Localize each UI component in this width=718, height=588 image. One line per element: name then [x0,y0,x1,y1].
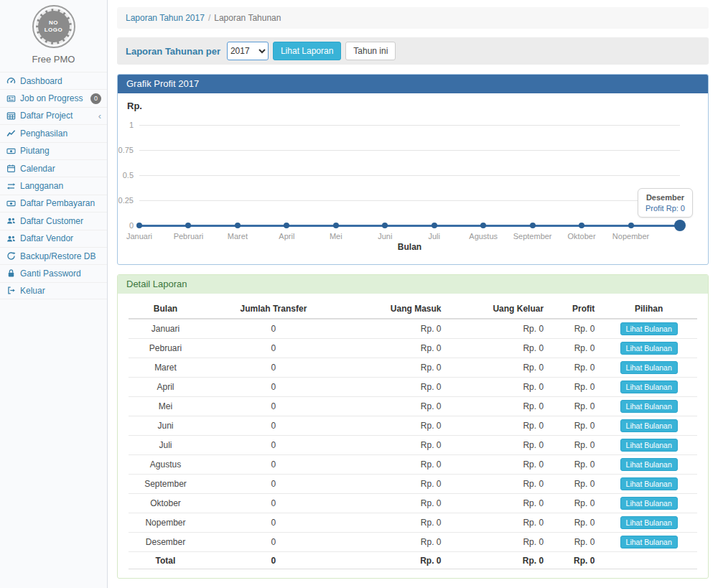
table-row: Juli0Rp. 0Rp. 0Rp. 0Lihat Bulanan [129,436,697,455]
total-transfer-cell: 0 [202,552,345,569]
money-icon [6,146,16,156]
sidebar-item-label: Daftar Customer [20,216,83,226]
table-row: Agustus0Rp. 0Rp. 0Rp. 0Lihat Bulanan [129,455,697,475]
lihat-bulanan-button[interactable]: Lihat Bulanan [620,439,678,452]
month-cell: Oktober [129,494,202,513]
data-point-maret[interactable] [235,223,241,228]
profit-cell: Rp. 0 [549,455,600,475]
lihat-bulanan-button[interactable]: Lihat Bulanan [620,516,678,529]
data-point-desember[interactable] [674,220,686,231]
table-icon [6,111,16,121]
data-point-juni[interactable] [382,223,388,228]
pilihan-cell: Lihat Bulanan [600,358,697,378]
refresh-icon [6,251,16,261]
uang-masuk-cell: Rp. 0 [345,378,447,397]
sidebar-item-daftar-project[interactable]: Daftar Project ‹ [0,107,107,124]
month-cell: Pebruari [129,339,202,358]
jumlah-transfer-cell: 0 [202,455,345,475]
breadcrumb-current: Laporan Tahunan [214,13,281,23]
uang-keluar-cell: Rp. 0 [447,358,550,378]
uang-masuk-cell: Rp. 0 [345,397,447,416]
tahun-ini-button[interactable]: Tahun ini [345,42,396,60]
report-table: Bulan Jumlah Transfer Uang Masuk Uang Ke… [129,299,697,569]
total-keluar-cell: Rp. 0 [447,552,550,569]
table-row: Oktober0Rp. 0Rp. 0Rp. 0Lihat Bulanan [129,494,697,513]
header-uang-keluar: Uang Keluar [447,299,550,319]
profit-line-series [139,225,680,227]
profit-chart-panel: Grafik Profit 2017 Rp. Desember Profit R… [117,74,709,265]
gridline [139,150,680,151]
sidebar-item-calendar[interactable]: Calendar [0,159,107,177]
x-tick-label: Agustus [469,232,498,241]
line-chart-icon [6,129,16,138]
lihat-bulanan-button[interactable]: Lihat Bulanan [620,342,678,355]
chevron-left-icon: ‹ [98,111,101,121]
tooltip-month: Desember [645,193,685,202]
pilihan-cell: Lihat Bulanan [600,397,697,416]
sidebar-item-daftar-customer[interactable]: Daftar Customer [0,212,107,229]
month-cell: Januari [129,319,202,339]
y-tick-label: 0.5 [123,171,134,179]
sidebar-item-job-on-progress[interactable]: Job on Progress 0 [0,89,107,106]
data-point-april[interactable] [284,223,289,228]
profit-cell: Rp. 0 [549,397,600,416]
lihat-bulanan-button[interactable]: Lihat Bulanan [620,536,678,549]
data-point-januari[interactable] [136,223,142,228]
lihat-bulanan-button[interactable]: Lihat Bulanan [620,497,678,510]
y-tick-label: 0.25 [118,196,134,205]
lihat-laporan-button[interactable]: Lihat Laporan [273,42,341,60]
uang-keluar-cell: Rp. 0 [447,378,550,397]
uang-masuk-cell: Rp. 0 [345,416,447,436]
job-count-badge: 0 [90,93,101,104]
uang-masuk-cell: Rp. 0 [345,513,447,533]
profit-cell: Rp. 0 [549,513,600,533]
sidebar-item-keluar[interactable]: Keluar [0,282,107,299]
month-cell: Desember [129,533,202,552]
report-table-body: Januari0Rp. 0Rp. 0Rp. 0Lihat BulananPebr… [129,319,697,569]
x-tick-label: Mei [330,232,342,241]
sidebar-item-penghasilan[interactable]: Penghasilan [0,124,107,141]
jumlah-transfer-cell: 0 [202,494,345,513]
main-content: Laporan Tahun 2017/Laporan Tahunan Lapor… [108,0,718,588]
profit-cell: Rp. 0 [549,358,600,378]
breadcrumb-link[interactable]: Laporan Tahun 2017 [126,13,205,23]
sidebar-item-backup-restore-db[interactable]: Backup/Restore DB [0,247,107,264]
filter-label: Laporan Tahunan per [126,46,220,57]
data-point-agustus[interactable] [480,223,486,228]
data-point-pebruari[interactable] [185,223,191,228]
uang-masuk-cell: Rp. 0 [345,358,447,378]
sidebar-item-dashboard[interactable]: Dashboard [0,72,107,89]
sidebar-item-piutang[interactable]: Piutang [0,142,107,159]
sidebar-item-langganan[interactable]: Langganan [0,177,107,194]
sidebar-item-daftar-vendor[interactable]: Daftar Vendor [0,230,107,247]
profit-cell: Rp. 0 [549,416,600,436]
lihat-bulanan-button[interactable]: Lihat Bulanan [620,477,678,490]
lihat-bulanan-button[interactable]: Lihat Bulanan [620,381,678,393]
uang-masuk-cell: Rp. 0 [345,339,447,358]
jumlah-transfer-cell: 0 [202,397,345,416]
chart-y-axis-title: Rp. [127,101,142,111]
exchange-icon [6,182,16,191]
jumlah-transfer-cell: 0 [202,436,345,455]
data-point-oktober[interactable] [579,223,584,228]
lihat-bulanan-button[interactable]: Lihat Bulanan [620,400,678,413]
sidebar-item-ganti-password[interactable]: Ganti Password [0,264,107,281]
lihat-bulanan-button[interactable]: Lihat Bulanan [620,458,678,471]
data-point-mei[interactable] [333,223,339,228]
table-row: Desember0Rp. 0Rp. 0Rp. 0Lihat Bulanan [129,533,697,552]
month-cell: Agustus [129,455,202,475]
brand-name: Free PMO [0,50,107,72]
data-point-september[interactable] [530,223,536,228]
table-row: Maret0Rp. 0Rp. 0Rp. 0Lihat Bulanan [129,358,697,378]
jumlah-transfer-cell: 0 [202,533,345,552]
data-point-nopember[interactable] [628,223,634,228]
sidebar-item-daftar-pembayaran[interactable]: Daftar Pembayaran [0,195,107,212]
lihat-bulanan-button[interactable]: Lihat Bulanan [620,419,678,432]
sidebar-item-label: Dashboard [20,76,62,86]
data-point-juli[interactable] [432,223,437,228]
year-select[interactable]: 2017 [227,42,269,60]
lihat-bulanan-button[interactable]: Lihat Bulanan [620,361,678,374]
lihat-bulanan-button[interactable]: Lihat Bulanan [620,322,678,335]
page: NO LOGO Free PMO Dashboard [0,0,718,588]
y-tick-label: 0.75 [118,146,134,154]
